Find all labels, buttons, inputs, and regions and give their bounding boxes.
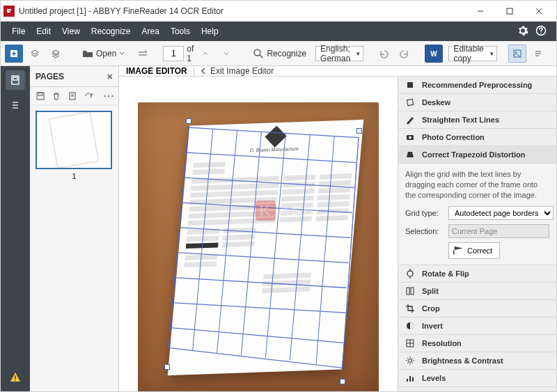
svg-rect-35: [407, 82, 413, 88]
svg-point-8: [515, 52, 517, 53]
tool-invert[interactable]: Invert: [398, 317, 556, 335]
props-icon[interactable]: [66, 90, 78, 102]
svg-marker-18: [168, 127, 359, 368]
svg-rect-39: [407, 288, 409, 295]
grid-handle-bl[interactable]: [164, 364, 170, 370]
scan-icon[interactable]: [134, 45, 152, 63]
svg-point-43: [409, 359, 412, 362]
svg-line-21: [193, 129, 213, 350]
selection-label: Selection:: [405, 227, 444, 235]
layers2-icon[interactable]: [47, 45, 65, 63]
save-icon[interactable]: [34, 90, 46, 102]
open-button[interactable]: Open: [76, 45, 131, 63]
svg-line-26: [316, 136, 334, 363]
gridtype-label: Grid type:: [405, 209, 444, 217]
tool-resolution[interactable]: Resolution: [398, 335, 556, 352]
page-number-input[interactable]: [163, 46, 184, 61]
levels-icon: [404, 372, 416, 384]
resolution-icon: [404, 337, 416, 350]
language-select[interactable]: English; German: [315, 46, 363, 61]
delete-icon[interactable]: [50, 90, 62, 102]
tool-photo[interactable]: Photo Correction: [398, 129, 556, 146]
svg-line-19: [168, 127, 189, 347]
tool-crop[interactable]: Crop: [398, 300, 556, 317]
deskew-icon: [404, 96, 416, 109]
svg-line-23: [241, 132, 261, 355]
svg-line-24: [265, 133, 285, 357]
main-toolbar: Open of 1 Recognize English; German W Ed…: [1, 41, 556, 66]
svg-line-31: [178, 253, 348, 262]
svg-rect-16: [38, 93, 42, 95]
flag-icon: [453, 246, 463, 255]
more-icon[interactable]: ⋯: [102, 90, 114, 102]
svg-line-22: [217, 130, 237, 353]
menu-area[interactable]: Area: [136, 22, 165, 41]
redo-button[interactable]: [395, 45, 414, 63]
close-pages-button[interactable]: ×: [107, 71, 113, 82]
tool-straighten[interactable]: Straighten Text Lines: [398, 111, 556, 129]
recognize-button[interactable]: Recognize: [246, 45, 313, 63]
tool-trapezoid[interactable]: Correct Trapezoid Distortion: [398, 146, 556, 164]
canvas-viewport[interactable]: D. Brawn Manufacture: [119, 77, 398, 392]
tool-recommended[interactable]: Recommended Preprocessing: [398, 77, 556, 94]
trapezoid-hint: Align the grid with the text lines by dr…: [405, 169, 549, 201]
tool-eraser[interactable]: Eraser: [398, 387, 556, 392]
pages-list: 1: [30, 105, 118, 392]
menu-edit[interactable]: Edit: [31, 22, 56, 41]
tool-deskew[interactable]: Deskew: [398, 94, 556, 111]
split-icon: [404, 285, 416, 297]
svg-rect-36: [407, 99, 413, 105]
correct-button[interactable]: Correct: [448, 242, 500, 259]
close-button[interactable]: [524, 1, 554, 22]
page-down-button[interactable]: [217, 45, 235, 63]
document-image[interactable]: D. Brawn Manufacture: [138, 102, 379, 392]
menu-tools[interactable]: Tools: [165, 22, 196, 41]
page-up-button[interactable]: [196, 45, 214, 63]
camera-icon: [404, 131, 416, 143]
new-task-button[interactable]: [5, 45, 23, 63]
menu-view[interactable]: View: [56, 22, 86, 41]
view-image-button[interactable]: [508, 45, 526, 63]
page-count-label: of 1: [187, 44, 194, 63]
svg-rect-1: [507, 8, 512, 14]
page-thumbnail[interactable]: [36, 111, 112, 169]
grid-handle-br[interactable]: [340, 379, 345, 384]
ms-word-icon[interactable]: W: [425, 45, 443, 63]
svg-point-38: [409, 136, 411, 139]
help-icon[interactable]: [535, 25, 548, 38]
exit-editor-button[interactable]: Exit Image Editor: [201, 66, 274, 76]
list-tab-button[interactable]: [6, 95, 25, 115]
pages-tab-button[interactable]: [6, 70, 25, 90]
wand-icon: [404, 79, 416, 91]
magnify-icon: [253, 48, 264, 59]
alert-icon[interactable]: [7, 369, 24, 386]
gear-icon[interactable]: [517, 25, 530, 38]
gridtype-select[interactable]: Autodetect page borders: [448, 206, 554, 220]
grid-handle-tl[interactable]: [186, 118, 191, 124]
view-text-button[interactable]: [529, 45, 547, 63]
layers-icon[interactable]: [26, 45, 44, 63]
svg-rect-46: [412, 377, 414, 382]
output-mode-select[interactable]: Editable copy: [448, 46, 496, 61]
chevron-left-icon: [201, 68, 207, 75]
menu-help[interactable]: Help: [196, 22, 224, 41]
refresh-icon[interactable]: [82, 90, 94, 102]
thumbnail-label: 1: [36, 172, 113, 180]
tool-rotate[interactable]: Rotate & Flip: [398, 265, 556, 283]
undo-button[interactable]: [375, 45, 393, 63]
svg-rect-45: [409, 376, 411, 382]
minimize-button[interactable]: [466, 1, 495, 22]
grid-handle-tr[interactable]: [356, 128, 362, 134]
menubar: File Edit View Recognize Area Tools Help: [1, 22, 556, 41]
maximize-button[interactable]: [495, 1, 524, 22]
trapezoid-icon: [404, 148, 416, 161]
tool-levels[interactable]: Levels: [398, 370, 556, 387]
menu-file[interactable]: File: [6, 22, 31, 41]
tool-brightness[interactable]: Brightness & Contrast: [398, 352, 556, 370]
svg-line-34: [171, 328, 343, 343]
tool-split[interactable]: Split: [398, 283, 556, 300]
editor-title: IMAGE EDITOR: [126, 66, 187, 76]
menu-recognize[interactable]: Recognize: [86, 22, 136, 41]
svg-line-32: [176, 278, 346, 288]
svg-line-30: [180, 228, 350, 237]
